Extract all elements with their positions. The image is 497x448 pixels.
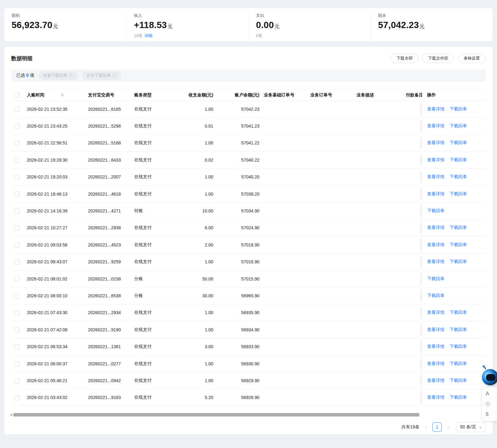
- view-detail-link[interactable]: 查看详情: [427, 310, 445, 315]
- info-icon: i: [69, 74, 73, 78]
- col-amount: 收支金额(元): [175, 92, 218, 98]
- cell-action: 查看详情下载回单: [422, 355, 486, 372]
- batch-download-button[interactable]: 批量下载回单i: [39, 71, 78, 80]
- download-receipt-link[interactable]: 下载回单: [450, 140, 467, 146]
- table-row: 2026-02-21 10:27:2720260221...2938在线支付6.…: [11, 220, 486, 236]
- view-detail-link[interactable]: 查看详情: [427, 225, 445, 231]
- next-page-icon[interactable]: ›: [447, 424, 449, 430]
- merge-download-button[interactable]: 合并下载回单i: [82, 71, 121, 80]
- download-receipt-link[interactable]: 下载回单: [450, 344, 467, 349]
- scrollbar-thumb[interactable]: [13, 413, 419, 416]
- download-receipt-link[interactable]: 下载回单: [450, 106, 467, 112]
- assistant-item-number[interactable]: 6: [486, 411, 497, 417]
- cell-txid: 20260221...5168: [88, 140, 134, 145]
- view-detail-link[interactable]: 查看详情: [427, 106, 445, 112]
- cell-txid: 20260221...1361: [88, 344, 134, 349]
- view-detail-link[interactable]: 查看详情: [427, 191, 445, 197]
- download-receipt-link[interactable]: 下载回单: [450, 123, 467, 129]
- view-detail-link[interactable]: 查看详情: [427, 140, 445, 146]
- download-receipt-link[interactable]: 下载回单: [450, 225, 467, 231]
- row-checkbox[interactable]: [14, 226, 19, 231]
- cell-type: 在线支付: [134, 242, 175, 248]
- prev-page-icon[interactable]: ‹: [425, 424, 427, 430]
- current-page-button[interactable]: 1: [432, 422, 442, 432]
- row-checkbox[interactable]: [14, 141, 19, 146]
- row-checkbox[interactable]: [14, 310, 19, 315]
- row-checkbox[interactable]: [14, 294, 19, 299]
- download-receipt-link[interactable]: 下载回单: [450, 361, 467, 367]
- row-checkbox-cell: [11, 242, 27, 247]
- cell-type: 在线支付: [134, 327, 175, 333]
- download-receipt-link[interactable]: 下载回单: [450, 259, 467, 265]
- horizontal-scrollbar[interactable]: ◀ ▶: [11, 413, 486, 417]
- view-detail-link[interactable]: 查看详情: [427, 259, 445, 265]
- download-receipt-link[interactable]: 下载回单: [450, 378, 467, 383]
- sort-icon[interactable]: [61, 93, 64, 97]
- download-receipt-link[interactable]: 下载回单: [450, 327, 467, 333]
- summary-closing: 期末 57,042.23元: [371, 13, 493, 41]
- cell-action: 查看详情下载回单: [422, 135, 486, 151]
- download-receipt-link[interactable]: 下载回单: [450, 157, 467, 163]
- view-detail-link[interactable]: 查看详情: [427, 361, 445, 367]
- cell-action: 查看详情下载回单: [422, 321, 486, 338]
- table-row: 2026-02-21 19:28:3020260221...6433在线支付0.…: [11, 152, 486, 168]
- assistant-item-letter[interactable]: A: [486, 391, 497, 397]
- cell-time: 2026-02-21 06:00:37: [27, 361, 88, 366]
- download-all-button[interactable]: 下载全部: [391, 54, 419, 63]
- row-checkbox[interactable]: [14, 327, 19, 332]
- row-checkbox[interactable]: [14, 378, 19, 383]
- row-checkbox[interactable]: [14, 344, 19, 349]
- cell-time: 2026-02-21 23:52:35: [27, 107, 88, 112]
- view-detail-link[interactable]: 查看详情: [427, 123, 445, 129]
- row-checkbox[interactable]: [14, 192, 19, 197]
- download-receipt-link[interactable]: 下载回单: [450, 395, 467, 400]
- transactions-table: 入账时间 支付宝交易号 账务类型 收支金额(元) 账户余额(元) 业务基础订单号…: [11, 89, 486, 406]
- table-settings-button[interactable]: 表格设置: [458, 54, 486, 63]
- row-checkbox[interactable]: [14, 158, 19, 163]
- download-receipt-link[interactable]: 下载回单: [427, 208, 445, 214]
- cell-amount: 1.00: [175, 259, 218, 264]
- download-receipt-link[interactable]: 下载回单: [450, 191, 467, 197]
- download-receipt-link[interactable]: 下载回单: [427, 293, 445, 299]
- table-row: 2026-02-21 08:01:0220260221...0158分账50.0…: [11, 270, 486, 287]
- view-detail-link[interactable]: 查看详情: [427, 174, 445, 180]
- clock-icon[interactable]: [486, 402, 490, 406]
- download-receipt-link[interactable]: 下载回单: [450, 310, 467, 315]
- cell-type: 分账: [134, 276, 175, 282]
- scroll-left-arrow-icon[interactable]: ◀: [10, 413, 12, 417]
- cell-amount: 0.01: [175, 124, 218, 129]
- cell-txid: 20260221...6538: [88, 293, 134, 298]
- row-checkbox[interactable]: [14, 276, 19, 281]
- income-detail-link[interactable]: 详细: [144, 33, 152, 38]
- row-checkbox[interactable]: [14, 107, 19, 112]
- row-checkbox[interactable]: [14, 395, 19, 400]
- download-receipt-link[interactable]: 下载回单: [427, 276, 445, 282]
- table-header-row: 入账时间 支付宝交易号 账务类型 收支金额(元) 账户余额(元) 业务基础订单号…: [11, 89, 486, 101]
- row-checkbox[interactable]: [14, 124, 19, 129]
- download-zone-button[interactable]: 下载文件区: [422, 54, 454, 63]
- cell-action: 查看详情下载回单: [422, 169, 486, 185]
- table-row: 2026-02-21 23:52:3520260221...6165在线支付1.…: [11, 101, 486, 118]
- select-all-checkbox[interactable]: [14, 93, 19, 98]
- view-detail-link[interactable]: 查看详情: [427, 344, 445, 349]
- row-checkbox[interactable]: [14, 361, 19, 366]
- download-receipt-link[interactable]: 下载回单: [450, 242, 467, 248]
- cell-action: 查看详情下载回单: [422, 118, 486, 134]
- page-size-select[interactable]: 50 条/页∨: [456, 422, 486, 432]
- cell-txid: 20260221...9190: [88, 327, 134, 332]
- view-detail-link[interactable]: 查看详情: [427, 378, 445, 383]
- row-checkbox[interactable]: [14, 209, 19, 214]
- view-detail-link[interactable]: 查看详情: [427, 395, 445, 400]
- row-checkbox[interactable]: [14, 260, 19, 265]
- cell-balance: 57039.20: [218, 192, 264, 197]
- view-detail-link[interactable]: 查看详情: [427, 327, 445, 333]
- row-checkbox-cell: [11, 344, 27, 349]
- download-receipt-link[interactable]: 下载回单: [450, 174, 467, 180]
- cell-time: 2026-02-21 05:46:21: [27, 378, 88, 383]
- row-checkbox-cell: [11, 225, 27, 231]
- view-detail-link[interactable]: 查看详情: [427, 157, 445, 163]
- assistant-robot-icon[interactable]: [482, 369, 497, 385]
- view-detail-link[interactable]: 查看详情: [427, 242, 445, 248]
- row-checkbox[interactable]: [14, 242, 19, 247]
- row-checkbox[interactable]: [14, 175, 19, 180]
